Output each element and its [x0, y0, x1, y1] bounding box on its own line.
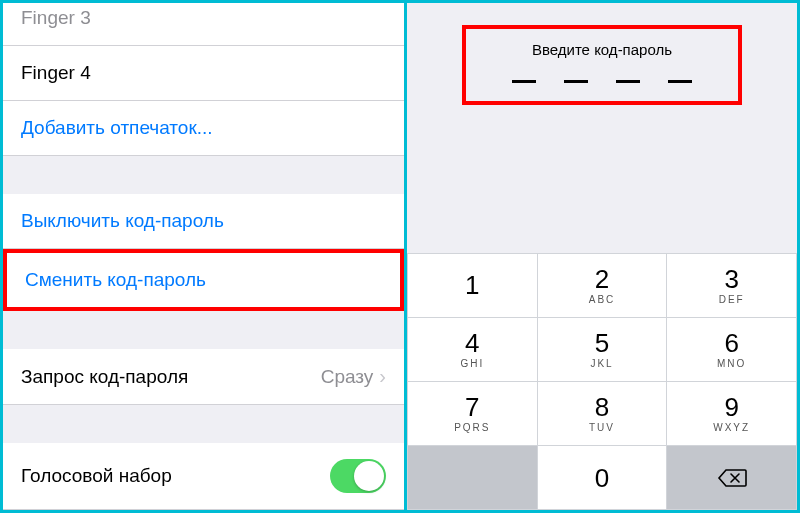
fingerprint-4-label: Finger 4 — [21, 62, 91, 84]
require-passcode-value: Сразу — [321, 366, 374, 388]
voice-dial-row: Голосовой набор — [3, 443, 404, 510]
key-4-letters: GHI — [460, 358, 484, 369]
key-backspace[interactable] — [667, 446, 796, 509]
key-5[interactable]: 5JKL — [538, 318, 667, 381]
keypad-row-1: 1 2ABC 3DEF — [408, 254, 796, 317]
section-gap-1 — [3, 156, 404, 194]
key-0-digit: 0 — [595, 465, 609, 491]
change-passcode-button[interactable]: Сменить код-пароль — [7, 253, 400, 307]
key-5-digit: 5 — [595, 330, 609, 356]
key-3[interactable]: 3DEF — [667, 254, 796, 317]
fingerprint-item-4[interactable]: Finger 4 — [3, 46, 404, 101]
key-1-digit: 1 — [465, 272, 479, 298]
key-6-digit: 6 — [724, 330, 738, 356]
keypad-row-4: 0 — [408, 446, 796, 509]
key-7-digit: 7 — [465, 394, 479, 420]
key-9[interactable]: 9WXYZ — [667, 382, 796, 445]
key-0[interactable]: 0 — [538, 446, 667, 509]
key-2-digit: 2 — [595, 266, 609, 292]
key-7[interactable]: 7PQRS — [408, 382, 537, 445]
fingerprint-3-label: Finger 3 — [21, 7, 91, 29]
section-gap-2 — [3, 311, 404, 349]
key-8-letters: TUV — [589, 422, 615, 433]
screenshot-container: Finger 3 Finger 4 Добавить отпечаток... … — [0, 0, 800, 513]
key-7-letters: PQRS — [454, 422, 490, 433]
require-passcode-label: Запрос код-пароля — [21, 366, 188, 388]
key-4[interactable]: 4GHI — [408, 318, 537, 381]
key-4-digit: 4 — [465, 330, 479, 356]
passcode-dash-1 — [512, 80, 536, 83]
key-9-letters: WXYZ — [713, 422, 750, 433]
settings-list: Finger 3 Finger 4 Добавить отпечаток... … — [3, 3, 407, 510]
key-2[interactable]: 2ABC — [538, 254, 667, 317]
voice-dial-toggle[interactable] — [330, 459, 386, 493]
highlight-change-passcode: Сменить код-пароль — [3, 249, 404, 311]
section-gap-3 — [3, 405, 404, 443]
toggle-knob — [354, 461, 384, 491]
add-fingerprint-button[interactable]: Добавить отпечаток... — [3, 101, 404, 156]
key-8-digit: 8 — [595, 394, 609, 420]
key-blank — [408, 446, 537, 509]
passcode-dash-4 — [668, 80, 692, 83]
backspace-icon — [717, 468, 747, 488]
enter-passcode-label: Введите код-пароль — [476, 41, 728, 58]
keypad-row-3: 7PQRS 8TUV 9WXYZ — [408, 382, 796, 445]
change-passcode-label: Сменить код-пароль — [25, 269, 206, 291]
key-9-digit: 9 — [724, 394, 738, 420]
key-3-letters: DEF — [719, 294, 745, 305]
passcode-dash-3 — [616, 80, 640, 83]
passcode-dots — [476, 80, 728, 83]
key-8[interactable]: 8TUV — [538, 382, 667, 445]
disable-passcode-button[interactable]: Выключить код-пароль — [3, 194, 404, 249]
disable-passcode-label: Выключить код-пароль — [21, 210, 224, 232]
keypad-row-2: 4GHI 5JKL 6MNO — [408, 318, 796, 381]
numeric-keypad: 1 2ABC 3DEF 4GHI 5JKL 6MNO 7PQRS 8TUV 9W… — [407, 253, 797, 510]
passcode-dash-2 — [564, 80, 588, 83]
require-passcode-row[interactable]: Запрос код-пароля Сразу › — [3, 349, 404, 405]
key-6-letters: MNO — [717, 358, 746, 369]
chevron-right-icon: › — [379, 365, 386, 388]
passcode-entry-screen: Введите код-пароль 1 2ABC 3DEF 4GHI 5JKL… — [407, 3, 797, 510]
key-5-letters: JKL — [590, 358, 613, 369]
add-fingerprint-label: Добавить отпечаток... — [21, 117, 213, 139]
key-2-letters: ABC — [589, 294, 616, 305]
highlight-enter-passcode: Введите код-пароль — [462, 25, 742, 105]
key-1[interactable]: 1 — [408, 254, 537, 317]
spacer — [407, 105, 797, 253]
fingerprint-item-3[interactable]: Finger 3 — [3, 3, 404, 46]
require-passcode-value-wrap: Сразу › — [321, 365, 386, 388]
key-6[interactable]: 6MNO — [667, 318, 796, 381]
key-3-digit: 3 — [724, 266, 738, 292]
voice-dial-label: Голосовой набор — [21, 465, 172, 487]
